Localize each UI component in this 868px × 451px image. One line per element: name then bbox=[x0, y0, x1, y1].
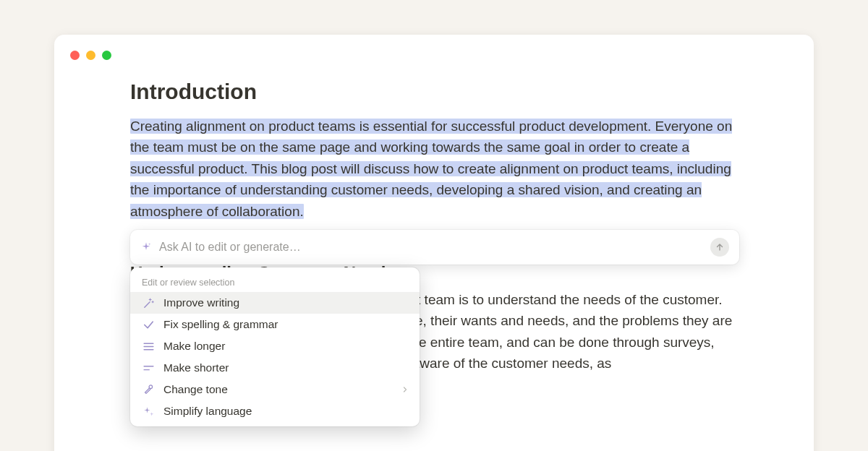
lines-long-icon bbox=[142, 340, 155, 353]
menu-section-header: Edit or review selection bbox=[130, 273, 420, 292]
menu-item-label: Make shorter bbox=[163, 361, 229, 374]
menu-item-make-shorter[interactable]: Make shorter bbox=[130, 357, 420, 379]
check-icon bbox=[142, 318, 155, 331]
ai-prompt-input[interactable] bbox=[159, 241, 703, 254]
menu-item-make-longer[interactable]: Make longer bbox=[130, 335, 420, 357]
submit-button[interactable] bbox=[710, 238, 729, 257]
heading-introduction: Introduction bbox=[130, 80, 739, 104]
chevron-right-icon bbox=[401, 385, 409, 394]
maximize-window-button[interactable] bbox=[102, 51, 111, 60]
close-window-button[interactable] bbox=[70, 51, 80, 60]
menu-item-label: Change tone bbox=[163, 383, 228, 396]
menu-item-label: Make longer bbox=[163, 340, 225, 353]
menu-item-change-tone[interactable]: Change tone bbox=[130, 379, 420, 400]
app-window: Introduction Creating alignment on produ… bbox=[54, 35, 814, 451]
menu-item-label: Fix spelling & grammar bbox=[163, 318, 278, 331]
menu-item-label: Simplify language bbox=[163, 405, 252, 418]
microphone-icon bbox=[142, 383, 155, 396]
arrow-up-icon bbox=[715, 242, 725, 252]
menu-item-fix-spelling[interactable]: Fix spelling & grammar bbox=[130, 314, 420, 335]
minimize-window-button[interactable] bbox=[86, 51, 95, 60]
selected-text: Creating alignment on product teams is e… bbox=[130, 119, 732, 219]
wand-icon bbox=[142, 296, 155, 309]
menu-item-improve-writing[interactable]: Improve writing bbox=[130, 292, 420, 314]
paragraph-introduction[interactable]: Creating alignment on product teams is e… bbox=[130, 116, 739, 222]
sparkle-icon bbox=[140, 241, 152, 253]
ai-prompt-bar bbox=[130, 230, 739, 265]
window-traffic-lights bbox=[70, 51, 111, 60]
ai-actions-menu: Edit or review selection Improve writing… bbox=[130, 267, 420, 426]
document-content: Introduction Creating alignment on produ… bbox=[130, 80, 739, 222]
menu-item-label: Improve writing bbox=[163, 296, 239, 309]
sparkles-icon bbox=[142, 405, 155, 418]
lines-short-icon bbox=[142, 361, 155, 374]
menu-item-simplify-language[interactable]: Simplify language bbox=[130, 400, 420, 422]
